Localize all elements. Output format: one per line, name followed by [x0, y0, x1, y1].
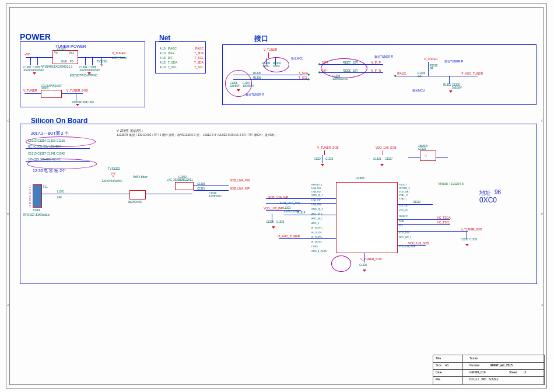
nifn: N_IF_N — [371, 69, 381, 72]
tvs1322ref: TVS1322 — [108, 167, 120, 170]
l1301: L1301 — [57, 190, 65, 193]
rf-connector — [33, 184, 42, 208]
u1301 — [41, 90, 62, 98]
wire — [320, 64, 383, 65]
tick-b: B — [7, 212, 9, 216]
tvs1301: TVS1301 — [97, 60, 108, 63]
lna-inn: SOB_LNA_INN — [230, 178, 250, 182]
c1318: C1318 — [197, 183, 205, 186]
nifp: N_IF_P — [371, 61, 381, 64]
wire — [324, 150, 325, 155]
tb-file-val: D:\LLL\...\90\...SchDoc — [469, 377, 499, 381]
rail-vtuner: V_TUNER — [112, 51, 125, 55]
conn-ref: X1301 — [33, 209, 40, 212]
title-block: Title Turner Size A3 Number 96667_aid_73… — [433, 355, 545, 385]
crystal-cap-v: 18p/50V — [418, 145, 428, 148]
gnd-icon — [237, 89, 240, 92]
pin: RFG_W2_1 — [399, 236, 411, 239]
wire — [408, 158, 420, 158]
tb-sheet-val: of — [524, 370, 526, 374]
pin-gnd: GND — [61, 60, 67, 63]
vtuner-r: V_TUNER — [424, 57, 437, 61]
c1305v: 100n/50V/NC — [332, 78, 348, 80]
wire — [279, 238, 336, 239]
wire — [436, 158, 448, 158]
l1303: L1303 — [283, 206, 291, 209]
c1328r: C1328 — [266, 220, 274, 223]
r1314: R1314 — [297, 211, 305, 214]
r1304v: 1k/NC — [273, 65, 280, 68]
tuner-label1: 靠近TUNER R — [246, 93, 264, 96]
arrow-icon — [318, 63, 320, 65]
pin: RFGND_2 — [399, 187, 410, 190]
note-2: 12.30 电 容 改 2个 — [33, 168, 66, 174]
wire — [65, 194, 129, 194]
mcu-label1: 靠近MCU — [291, 57, 303, 60]
difn: DIF- — [322, 69, 328, 72]
conn-pn: RF.III.027.IEM7Set5us — [23, 214, 50, 216]
u1301pn: LR1.8/APW3103T — [41, 85, 62, 88]
pin: RFGND_1 — [311, 183, 322, 186]
c1306v: 22p/50V — [230, 85, 240, 88]
wire — [30, 57, 31, 65]
r1310v: 0R — [430, 67, 433, 70]
pin: GND_IQ_1 — [311, 194, 323, 197]
wire — [398, 245, 426, 246]
c1309v: 100n/50V — [89, 69, 100, 72]
wire — [364, 253, 364, 262]
tscl-if: T_SCL — [299, 76, 308, 79]
c1325r: C1325 — [325, 158, 333, 160]
gnd-icon — [321, 164, 324, 166]
rail-5v: +5V — [24, 52, 30, 56]
gnd-icon — [33, 72, 36, 75]
tb-sheet-lbl: Sheet — [509, 370, 517, 374]
c1320v: 1u/50V/NC — [209, 195, 222, 198]
pin: AGC_1 — [311, 222, 319, 225]
bubble-4 — [331, 256, 351, 272]
pin: VDD_DA1 — [399, 190, 409, 193]
schematic-sheet: C B A C B A POWER Net 接口 Silicon On Boar… — [0, 0, 554, 392]
r1307: R1307 — [343, 61, 350, 64]
vdd-1v8-right: VDD_1V8_SOB — [408, 242, 429, 245]
crystal — [420, 150, 436, 161]
arrow-icon — [308, 74, 310, 76]
gnd-icon — [465, 244, 469, 246]
tick-a: A — [7, 303, 9, 307]
c1329r: C1329 — [276, 220, 284, 223]
c1326r: C1326 — [373, 158, 381, 160]
r1309v: 22R — [418, 75, 422, 78]
pin: RESET# — [399, 215, 408, 218]
tb-title-val: Turner — [469, 356, 478, 360]
section-power: POWER — [20, 32, 51, 41]
c1324r: C1324 — [314, 158, 321, 160]
pin: LNA_IN2 — [311, 190, 321, 193]
conn-pins: 1234567 — [29, 186, 31, 208]
gnd-icon — [76, 104, 79, 106]
tb-num-val: 96667_aid_7315 — [490, 363, 513, 367]
pin: AGC_M_2 — [311, 217, 322, 220]
tuner-label2: 靠近TUNER R — [374, 55, 393, 58]
tb-num-lbl: Number — [469, 363, 480, 367]
c1308v: 3n3/16V — [452, 86, 462, 89]
pin-fb: FB — [70, 60, 73, 63]
rail-val: 1.8V_Tuner — [112, 56, 127, 60]
l1303v: 10uH/250mA — [283, 210, 299, 213]
vtuner-sob: V_TUNER_SOB — [66, 89, 88, 92]
r1313: R1313 — [413, 201, 420, 204]
wire — [146, 194, 192, 194]
pin-vin: Vin — [54, 51, 58, 54]
wire — [42, 194, 65, 194]
wifi-filter-val: 8p2/50V/NC — [128, 201, 143, 204]
wire — [383, 150, 383, 155]
crystal-cap: C1323 — [418, 148, 426, 150]
tvs-symbol: ▽ — [100, 63, 103, 67]
tick-br: B — [541, 212, 544, 216]
iic-tsda: IIC_TSDA — [437, 216, 451, 219]
sob-lna-inp: SOB_LNA_INP — [268, 195, 288, 199]
gnd-icon — [363, 270, 366, 272]
vtuner-if: V_TUNER — [264, 48, 277, 51]
ifagc: IFAGC — [397, 72, 406, 75]
c1307v: 100n/50V — [243, 85, 254, 88]
l1301v: L40 — [57, 196, 62, 199]
agc-tuner: IF_AGC_TUNER — [461, 72, 483, 75]
